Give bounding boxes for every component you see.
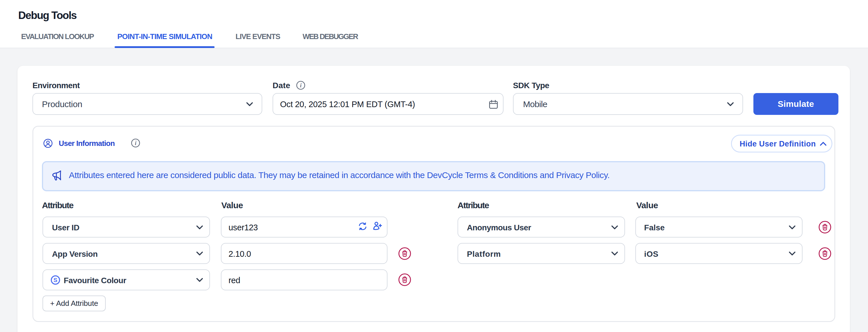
svg-text:S: S	[54, 277, 57, 283]
svg-text:i: i	[300, 83, 302, 89]
svg-text:i: i	[135, 140, 137, 147]
